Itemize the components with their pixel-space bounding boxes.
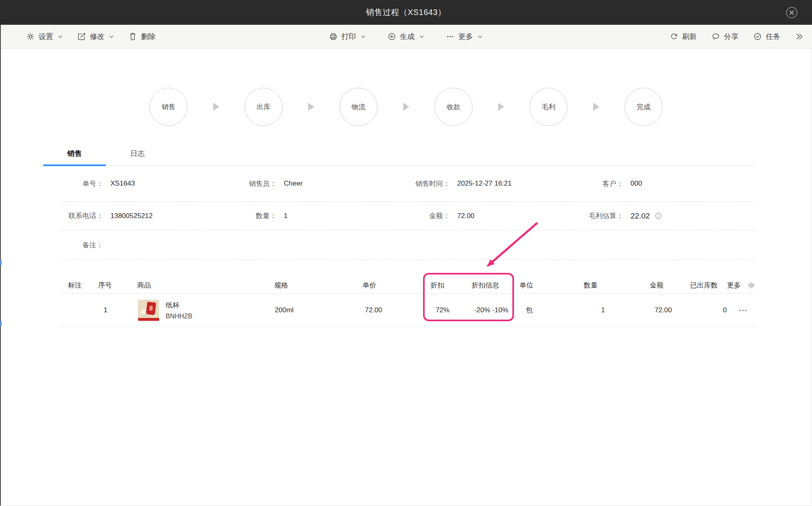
field-salesperson: 销售员： Cheer	[234, 179, 408, 188]
field-label: 联系电话：	[61, 211, 103, 221]
field-value: 22.02	[631, 212, 650, 221]
flow-step-logistics[interactable]: 物流	[339, 88, 378, 126]
tab-bar: 销售 日志	[43, 149, 756, 166]
field-label: 备注：	[61, 240, 103, 250]
field-customer: 客户： 000	[581, 179, 754, 188]
field-value: XS1643	[110, 179, 135, 188]
field-value: 72.00	[457, 212, 475, 220]
col-header-shipped: 已出库数	[670, 277, 722, 293]
row-discount-info: -20% -10%	[463, 294, 520, 327]
flow-step-payment[interactable]: 收款	[434, 88, 473, 126]
generate-button[interactable]: 生成	[387, 32, 425, 41]
field-sale-time: 销售时间： 2025-12-27 16:21	[408, 179, 581, 188]
field-label: 毛利估算：	[581, 211, 623, 221]
product-thumbnail[interactable]	[138, 300, 159, 321]
col-header-unit-price: 单价	[321, 277, 417, 293]
flow-step-label: 物流	[352, 102, 365, 112]
field-remark: 备注：	[61, 240, 234, 250]
row-product: 纸杯 BNHHZB	[122, 294, 244, 327]
share-label: 分享	[724, 32, 739, 41]
delete-label: 删除	[141, 32, 155, 41]
col-header-discount: 折扣	[417, 277, 458, 293]
row-quantity: 1	[560, 294, 609, 327]
flow-step-label: 收款	[447, 102, 460, 112]
ellipsis-icon	[446, 32, 455, 41]
toolbar: 设置 修改 删除	[0, 25, 812, 49]
tasks-label: 任务	[766, 32, 780, 41]
toolbar-center-group: 打印 生成 更多	[329, 32, 483, 41]
table-header: 标注 序号 商品 规格 单价 折扣 折扣信息 单位 数量 金额 已出库数 更多	[61, 277, 755, 294]
row-unit-price: 72.00	[325, 294, 422, 327]
modify-button[interactable]: 修改	[77, 32, 114, 41]
field-label: 数量：	[234, 211, 276, 221]
flow-step-profit[interactable]: 毛利	[529, 88, 568, 126]
sales-process-window: 销售过程（XS1643） 设置 修	[0, 0, 812, 506]
field-label: 销售员：	[234, 179, 276, 188]
flow-arrow-icon	[283, 103, 339, 111]
toolbar-left-group: 设置 修改 删除	[26, 32, 155, 41]
settings-button[interactable]: 设置	[26, 32, 63, 41]
column-settings-button[interactable]	[747, 281, 755, 289]
tab-log[interactable]: 日志	[106, 149, 169, 165]
flow-step-label: 完成	[637, 102, 650, 112]
delete-button[interactable]: 删除	[128, 32, 155, 41]
flow-step-outbound[interactable]: 出库	[244, 88, 283, 126]
product-code: BNHHZB	[166, 313, 192, 320]
field-phone: 联系电话： 13800525212	[61, 211, 234, 221]
field-value: 13800525212	[110, 212, 153, 220]
more-button[interactable]: 更多	[446, 32, 483, 41]
field-value: 1	[284, 212, 287, 220]
col-header-quantity: 数量	[553, 277, 601, 293]
flow-arrow-icon	[568, 103, 624, 111]
field-profit-estimate: 毛利估算： 22.02	[581, 211, 754, 221]
refresh-icon	[669, 32, 678, 41]
more-label: 更多	[458, 32, 473, 41]
ellipsis-icon: ⋯	[739, 306, 748, 315]
edit-icon	[77, 32, 86, 41]
row-index: 1	[89, 294, 122, 327]
chevron-down-icon	[108, 34, 114, 40]
col-header-product: 商品	[121, 277, 241, 293]
flow-step-label: 出库	[257, 102, 270, 112]
edge-marker	[0, 260, 2, 265]
row-more-button[interactable]: ⋯	[731, 294, 755, 327]
detail-row: 单号： XS1643 销售员： Cheer 销售时间： 2025-12-27 1…	[61, 166, 755, 202]
chevron-down-icon	[419, 34, 425, 40]
chevron-down-icon	[477, 34, 483, 40]
row-spec: 200ml	[244, 294, 325, 327]
toolbar-right-group: 刷新 分享 任务	[669, 32, 804, 41]
col-header-amount: 金额	[602, 277, 670, 293]
col-header-discount-info: 折扣信息	[458, 277, 514, 293]
share-button[interactable]: 分享	[711, 32, 739, 41]
row-unit: 包	[520, 294, 560, 327]
gear-icon	[26, 32, 35, 41]
refresh-button[interactable]: 刷新	[669, 32, 697, 41]
close-button[interactable]	[785, 6, 798, 19]
product-name: 纸杯	[166, 301, 192, 310]
flow-arrow-icon	[188, 103, 244, 111]
field-quantity: 数量： 1	[234, 211, 408, 221]
field-value: 2025-12-27 16:21	[457, 179, 512, 188]
chat-bubble-icon	[711, 32, 720, 41]
field-label: 金额：	[408, 211, 450, 221]
edge-marker	[0, 321, 2, 326]
row-amount: 72.00	[609, 294, 678, 327]
info-icon[interactable]	[654, 212, 662, 220]
check-circle-icon	[753, 32, 762, 41]
flow-step-complete[interactable]: 完成	[624, 88, 663, 126]
col-header-spec: 规格	[241, 277, 321, 293]
flow-step-sales[interactable]: 销售	[149, 88, 188, 126]
modify-label: 修改	[90, 32, 104, 41]
print-button[interactable]: 打印	[329, 32, 366, 41]
field-amount: 金额： 72.00	[408, 211, 581, 221]
tab-sales[interactable]: 销售	[43, 149, 106, 165]
gear-icon	[747, 281, 755, 289]
line-items-table: 标注 序号 商品 规格 单价 折扣 折扣信息 单位 数量 金额 已出库数 更多 …	[61, 277, 755, 327]
printer-icon	[329, 32, 338, 41]
tasks-button[interactable]: 任务	[753, 32, 780, 41]
col-header-more: 更多	[722, 277, 746, 293]
flow-step-label: 毛利	[542, 102, 555, 112]
detail-row: 联系电话： 13800525212 数量： 1 金额： 72.00 毛利估算： …	[61, 202, 755, 230]
expand-more-button[interactable]	[795, 32, 804, 41]
field-value: Cheer	[284, 179, 302, 188]
